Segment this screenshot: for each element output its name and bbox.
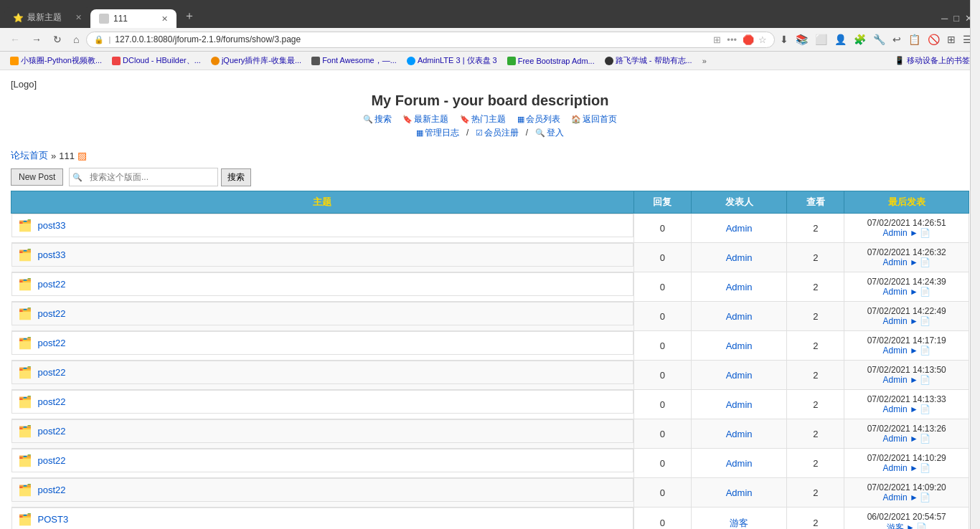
last-author-link-8[interactable]: Admin: [883, 463, 908, 473]
bookmark-star-icon[interactable]: ☆: [758, 34, 767, 45]
topic-link-4[interactable]: post22: [38, 338, 66, 348]
bookmark-7[interactable]: 路飞学城 - 帮助有志...: [600, 54, 697, 67]
new-post-button[interactable]: New Post: [11, 168, 63, 186]
last-author-link-3[interactable]: Admin: [883, 316, 908, 326]
addon-icon[interactable]: 🔧: [871, 32, 887, 47]
bookmark-4-label: Font Awesome，—...: [322, 55, 397, 66]
library-icon[interactable]: 📚: [793, 32, 810, 47]
last-author-link-1[interactable]: Admin: [883, 257, 908, 267]
last-author-link-7[interactable]: Admin: [883, 434, 908, 444]
url-dots[interactable]: •••: [727, 34, 737, 45]
forum-search-input[interactable]: [85, 170, 215, 184]
breadcrumb: 论坛首页 » 111 ▨: [11, 149, 969, 162]
mobile-label: 移动设备上的书签: [907, 55, 970, 66]
last-author-10: 游客 ► 📄: [850, 522, 963, 529]
reader-icon[interactable]: 🛑: [743, 34, 754, 45]
bookmark-2[interactable]: DCloud - HBuilder、...: [108, 54, 205, 67]
topic-link-2[interactable]: post22: [38, 279, 66, 290]
last-author-link-0[interactable]: Admin: [883, 228, 908, 238]
browser-nav: ← → ↻ ⌂ 🔒 | ⊞ ••• 🛑 ☆ ⬇ 📚 ⬜ 👤 🧩 🔧 ↩ 📋 🚫 …: [0, 28, 980, 52]
author-link-6[interactable]: Admin: [726, 399, 753, 410]
topic-link-9[interactable]: post22: [38, 485, 66, 495]
nav-admin-log[interactable]: ▦管理日志: [416, 128, 459, 138]
mobile-bookmarks[interactable]: 📱 移动设备上的书签: [890, 54, 974, 67]
author-link-1[interactable]: Admin: [726, 252, 753, 263]
arrow-right-icon-6: ►: [910, 404, 918, 414]
extensions-icon[interactable]: 🧩: [852, 32, 868, 47]
last-author-link-2[interactable]: Admin: [883, 287, 908, 297]
nav-hot[interactable]: 🔖热门主题: [460, 114, 506, 124]
qr-icon[interactable]: ⊞: [713, 34, 721, 45]
scrollbar[interactable]: [970, 0, 980, 529]
author-link-7[interactable]: Admin: [726, 429, 753, 439]
back-button[interactable]: ←: [6, 31, 24, 48]
bookmarks-more[interactable]: »: [698, 55, 711, 67]
sync-icon[interactable]: ↩: [890, 32, 903, 47]
topic-link-7[interactable]: post22: [38, 426, 66, 437]
nav-separator2: /: [526, 128, 528, 138]
topic-cell-4: 🗂️ post22: [11, 331, 633, 355]
nav-login[interactable]: 🔍登入: [535, 128, 564, 138]
topic-link-6[interactable]: post22: [38, 396, 66, 407]
author-link-10[interactable]: 游客: [730, 518, 748, 528]
author-link-3[interactable]: Admin: [726, 311, 753, 322]
forum-logo: [Logo]: [0, 79, 980, 90]
nav-search[interactable]: 🔍搜索: [363, 114, 392, 124]
nav-register[interactable]: ☑会员注册: [476, 128, 519, 138]
nav-home[interactable]: 🏠返回首页: [571, 114, 617, 124]
author-link-4[interactable]: Admin: [726, 340, 753, 351]
nav-latest[interactable]: 🔖最新主题: [402, 114, 448, 124]
topic-link-10[interactable]: POST3: [38, 514, 69, 525]
table-row: 🗂️ post22 0 Admin 2 07/02/2021 14:17:19 …: [11, 331, 969, 361]
forum-toolbar: New Post 🔍 搜索: [11, 168, 969, 186]
tab2-close[interactable]: ✕: [161, 14, 168, 24]
block-icon[interactable]: 🚫: [925, 32, 942, 47]
reload-button[interactable]: ↻: [49, 31, 66, 48]
profile-icon[interactable]: 👤: [832, 32, 849, 47]
bookmark-3[interactable]: jQuery插件库-收集最...: [207, 54, 306, 67]
dev-icon[interactable]: 📋: [906, 32, 923, 47]
topic-link-5[interactable]: post22: [38, 367, 66, 378]
author-link-0[interactable]: Admin: [726, 223, 753, 234]
author-link-5[interactable]: Admin: [726, 370, 753, 381]
nav-members[interactable]: ▦会员列表: [517, 114, 560, 124]
url-input[interactable]: [115, 34, 709, 44]
last-author-0: Admin ► 📄: [850, 228, 963, 238]
bookmark-6[interactable]: Free Bootstrap Adm...: [503, 55, 599, 67]
breadcrumb-home[interactable]: 论坛首页: [11, 149, 48, 162]
download-icon[interactable]: ⬇: [778, 32, 791, 47]
browser-tab-1[interactable]: ⭐ 最新主题 ✕: [4, 7, 90, 28]
new-tab-button[interactable]: ＋: [176, 4, 202, 28]
author-link-9[interactable]: Admin: [726, 487, 753, 498]
grid-icon[interactable]: ⊞: [945, 32, 958, 47]
search-button[interactable]: 搜索: [221, 168, 251, 186]
last-author-link-5[interactable]: Admin: [883, 375, 908, 385]
last-author-link-9[interactable]: Admin: [883, 492, 908, 502]
arrow-right-icon-4: ►: [910, 345, 918, 356]
logo-text: [Logo]: [11, 79, 37, 90]
rss-icon[interactable]: ▨: [77, 150, 87, 161]
last-post-cell-4: 07/02/2021 14:17:19 Admin ► 📄: [844, 331, 969, 361]
topic-link-3[interactable]: post22: [38, 308, 66, 319]
topic-link-1[interactable]: post33: [38, 249, 66, 260]
last-author-link-4[interactable]: Admin: [883, 345, 908, 356]
last-author-link-10[interactable]: 游客: [887, 523, 904, 529]
minimize-btn[interactable]: ─: [941, 13, 948, 24]
home-button[interactable]: ⌂: [69, 31, 83, 48]
tab1-close[interactable]: ✕: [75, 13, 82, 22]
topics-table: 主题 回复 发表人 查看 最后发表 🗂️ post33 0 Admin 2 07…: [11, 191, 969, 529]
author-link-2[interactable]: Admin: [726, 282, 753, 292]
bookmark-5[interactable]: AdminLTE 3 | 仪表盘 3: [402, 54, 501, 67]
topic-link-0[interactable]: post33: [38, 220, 66, 231]
page-content: [Logo] My Forum - your board description…: [0, 70, 980, 529]
author-link-8[interactable]: Admin: [726, 458, 753, 469]
forward-button[interactable]: →: [27, 31, 46, 48]
maximize-btn[interactable]: □: [953, 13, 959, 24]
bookmark-1[interactable]: 小猿圈-Python视频教...: [6, 54, 106, 67]
replies-cell-1: 0: [633, 243, 691, 272]
last-author-link-6[interactable]: Admin: [883, 404, 908, 414]
browser-tab-2[interactable]: 111 ✕: [90, 9, 176, 28]
bookmark-4[interactable]: Font Awesome，—...: [307, 54, 401, 67]
container-icon[interactable]: ⬜: [813, 32, 829, 47]
topic-link-8[interactable]: post22: [38, 455, 66, 466]
